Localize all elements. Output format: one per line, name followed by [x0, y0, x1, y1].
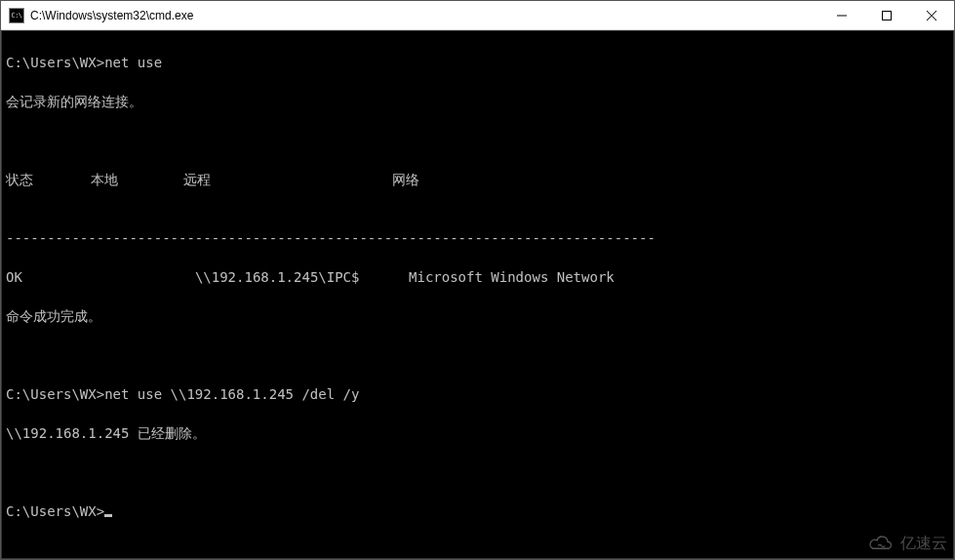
close-button[interactable]: [909, 1, 954, 29]
col-network: 网络: [392, 172, 419, 187]
terminal-line: 命令成功完成。: [6, 306, 949, 326]
row-network: Microsoft Windows Network: [409, 269, 615, 285]
svg-rect-1: [883, 11, 892, 20]
terminal-line: C:\Users\WX>: [6, 501, 949, 521]
prompt: C:\Users\WX>: [6, 503, 104, 519]
titlebar[interactable]: C:\ C:\Windows\system32\cmd.exe: [1, 1, 954, 30]
minimize-button[interactable]: [819, 1, 864, 29]
col-remote: 远程: [183, 172, 211, 187]
terminal-line: C:\Users\WX>net use: [6, 53, 949, 72]
window-controls: [819, 1, 954, 29]
col-local: 本地: [91, 172, 118, 187]
col-status: 状态: [6, 172, 33, 187]
row-remote: \\192.168.1.245\IPC$: [195, 269, 360, 285]
terminal-line: 会记录新的网络连接。: [6, 92, 949, 111]
terminal-separator: ----------------------------------------…: [6, 228, 949, 248]
cmd-icon: C:\: [9, 8, 24, 23]
maximize-button[interactable]: [864, 1, 909, 29]
command-text: net use: [104, 55, 162, 70]
cmd-window: C:\ C:\Windows\system32\cmd.exe C:\Users…: [0, 0, 955, 560]
close-icon: [927, 11, 936, 20]
window-title: C:\Windows\system32\cmd.exe: [30, 9, 819, 22]
cursor: [104, 514, 112, 517]
prompt: C:\Users\WX>: [6, 386, 104, 402]
command-text: net use \\192.168.1.245 /del /y: [104, 386, 359, 402]
row-status: OK: [6, 269, 22, 285]
terminal-line: \\192.168.1.245 已经删除。: [6, 423, 949, 443]
terminal-line: 状态 本地 远程 网络: [6, 170, 949, 189]
terminal-line: C:\Users\WX>net use \\192.168.1.245 /del…: [6, 384, 949, 404]
prompt: C:\Users\WX>: [6, 55, 104, 70]
terminal-area[interactable]: C:\Users\WX>net use 会记录新的网络连接。 状态 本地 远程 …: [1, 30, 954, 559]
terminal-line: OK \\192.168.1.245\IPC$ Microsoft Window…: [6, 267, 949, 287]
minimize-icon: [837, 11, 847, 20]
maximize-icon: [882, 11, 892, 20]
